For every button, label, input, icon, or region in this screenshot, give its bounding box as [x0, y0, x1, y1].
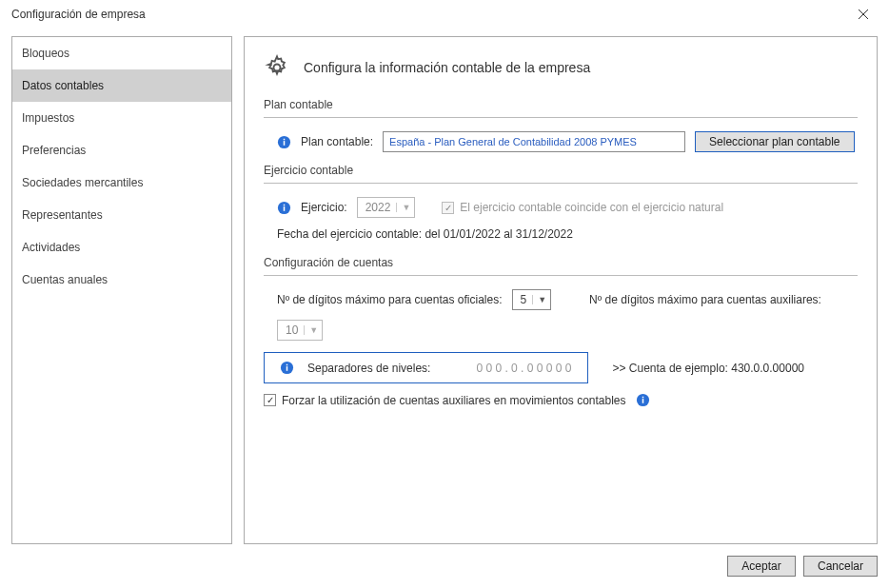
svg-rect-10 — [286, 366, 288, 371]
divider — [264, 183, 858, 184]
separadores-box: Separadores de niveles: 0 0 0 . 0 . 0 0 … — [264, 352, 588, 383]
max-aux-label: Nº de dígitos máximo para cuentas auxili… — [589, 293, 821, 306]
divider — [264, 117, 858, 118]
forzar-checkbox-label: Forzar la utilización de cuentas auxilia… — [282, 394, 626, 407]
chevron-down-icon: ▼ — [396, 203, 410, 212]
natural-checkbox-label: El ejercicio contable coincide con el ej… — [460, 201, 723, 214]
chevron-down-icon: ▼ — [532, 295, 546, 304]
info-icon — [277, 201, 291, 215]
section-title-ejercicio: Ejercicio contable — [264, 164, 858, 177]
sidebar-item-impuestos[interactable]: Impuestos — [12, 102, 231, 134]
cuenta-ejemplo: >> Cuenta de ejemplo: 430.0.0.00000 — [613, 362, 805, 375]
svg-rect-7 — [284, 206, 286, 211]
window-title: Configuración de empresa — [11, 8, 146, 21]
fecha-ejercicio-text: Fecha del ejercicio contable: del 01/01/… — [264, 227, 858, 241]
page-title: Configura la información contable de la … — [304, 60, 590, 75]
section-plan-contable: Plan contable Plan contable: Seleccionar… — [264, 98, 858, 152]
sidebar: Bloqueos Datos contables Impuestos Prefe… — [11, 36, 232, 544]
separadores-preview[interactable]: 0 0 0 . 0 . 0 0 0 0 0 — [476, 362, 571, 375]
select-plan-button[interactable]: Seleccionar plan contable — [695, 131, 854, 152]
sidebar-item-sociedades[interactable]: Sociedades mercantiles — [12, 167, 231, 199]
section-ejercicio: Ejercicio contable Ejercicio: 2022 ▼ ✓ E… — [264, 164, 858, 241]
svg-rect-13 — [642, 399, 643, 403]
max-oficiales-select[interactable]: 5 ▼ — [512, 289, 552, 310]
config-window: Configuración de empresa Bloqueos Datos … — [0, 0, 889, 588]
ejercicio-select[interactable]: 2022 ▼ — [357, 197, 416, 218]
max-aux-select: 10 ▼ — [277, 320, 323, 341]
titlebar: Configuración de empresa — [0, 0, 889, 29]
ejercicio-value: 2022 — [365, 201, 391, 214]
section-title-cuentas: Configuración de cuentas — [264, 256, 858, 269]
svg-rect-14 — [642, 397, 643, 399]
svg-rect-5 — [284, 138, 286, 140]
ejercicio-label: Ejercicio: — [301, 201, 347, 214]
section-title-plan: Plan contable — [264, 98, 858, 111]
sidebar-item-representantes[interactable]: Representantes — [12, 199, 231, 231]
natural-checkbox: ✓ El ejercicio contable coincide con el … — [442, 201, 723, 214]
plan-input[interactable] — [383, 131, 685, 152]
info-icon — [280, 361, 294, 375]
max-aux-value: 10 — [286, 323, 298, 337]
sidebar-item-preferencias[interactable]: Preferencias — [12, 134, 231, 167]
sidebar-item-datos-contables[interactable]: Datos contables — [12, 69, 231, 102]
info-icon[interactable] — [636, 393, 650, 407]
gear-icon — [264, 54, 290, 81]
close-icon — [859, 10, 868, 19]
cancel-button[interactable]: Cancelar — [803, 556, 878, 577]
svg-rect-8 — [284, 204, 286, 206]
plan-label: Plan contable: — [301, 135, 373, 148]
checkbox-icon: ✓ — [442, 202, 454, 214]
max-oficiales-value: 5 — [521, 293, 527, 306]
chevron-down-icon: ▼ — [304, 325, 318, 335]
max-oficiales-label: Nº de dígitos máximo para cuentas oficia… — [277, 293, 503, 306]
footer: Aceptar Cancelar — [0, 548, 889, 588]
svg-rect-11 — [286, 364, 288, 366]
checkbox-icon: ✓ — [264, 394, 276, 406]
sidebar-item-cuentas-anuales[interactable]: Cuentas anuales — [12, 264, 231, 296]
svg-point-2 — [274, 65, 281, 71]
main-panel: Configura la información contable de la … — [244, 36, 878, 544]
info-icon — [277, 135, 291, 149]
accept-button[interactable]: Aceptar — [727, 556, 796, 577]
forzar-checkbox[interactable]: ✓ Forzar la utilización de cuentas auxil… — [264, 394, 626, 407]
sidebar-item-bloqueos[interactable]: Bloqueos — [12, 37, 231, 69]
divider — [264, 275, 858, 276]
svg-rect-4 — [284, 141, 286, 146]
section-cuentas: Configuración de cuentas Nº de dígitos m… — [264, 256, 858, 407]
separadores-label: Separadores de niveles: — [307, 362, 430, 375]
close-button[interactable] — [849, 4, 878, 25]
main-header: Configura la información contable de la … — [264, 54, 858, 81]
sidebar-item-actividades[interactable]: Actividades — [12, 231, 231, 264]
